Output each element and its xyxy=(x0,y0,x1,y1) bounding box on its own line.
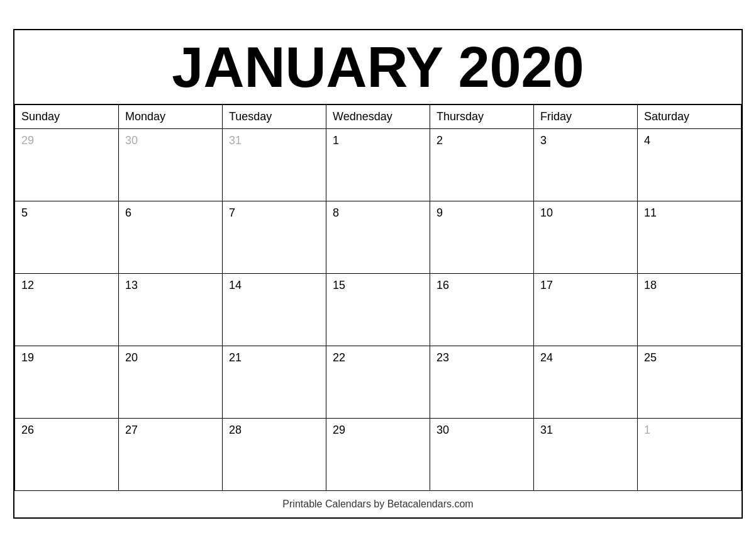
calendar-day-cell: 15 xyxy=(326,273,430,346)
calendar-container: JANUARY 2020 SundayMondayTuesdayWednesda… xyxy=(13,29,743,519)
calendar-day-cell: 24 xyxy=(534,346,638,418)
calendar-day-cell: 1 xyxy=(638,418,742,490)
calendar-day-cell: 29 xyxy=(326,418,430,490)
day-number: 2 xyxy=(436,134,443,147)
calendar-day-cell: 9 xyxy=(430,201,534,273)
calendar-day-cell: 2 xyxy=(430,128,534,201)
day-number: 25 xyxy=(644,351,657,364)
day-number: 17 xyxy=(540,279,553,291)
day-number: 27 xyxy=(125,424,138,436)
calendar-day-cell: 29 xyxy=(15,128,119,201)
day-number: 4 xyxy=(644,134,650,147)
day-number: 11 xyxy=(644,206,657,219)
calendar-day-cell: 28 xyxy=(223,418,326,490)
day-of-week-header: Sunday xyxy=(15,105,119,129)
calendar-day-cell: 31 xyxy=(534,418,638,490)
calendar-day-cell: 30 xyxy=(119,128,223,201)
calendar-day-cell: 23 xyxy=(430,346,534,418)
calendar-week-row: 2627282930311 xyxy=(15,418,742,490)
day-number: 8 xyxy=(333,206,339,219)
day-number: 22 xyxy=(333,351,345,364)
day-number: 29 xyxy=(21,134,34,147)
calendar-week-row: 12131415161718 xyxy=(15,273,742,346)
day-number: 24 xyxy=(540,351,553,364)
calendar-day-cell: 11 xyxy=(638,201,742,273)
calendar-day-cell: 1 xyxy=(326,128,430,201)
calendar-day-cell: 5 xyxy=(15,201,119,273)
day-of-week-header: Saturday xyxy=(638,105,742,129)
calendar-day-cell: 3 xyxy=(534,128,638,201)
day-number: 14 xyxy=(229,279,242,291)
calendar-week-row: 2930311234 xyxy=(15,128,742,201)
calendar-day-cell: 4 xyxy=(638,128,742,201)
calendar-day-cell: 13 xyxy=(119,273,223,346)
day-of-week-header: Wednesday xyxy=(326,105,430,129)
calendar-day-cell: 25 xyxy=(638,346,742,418)
calendar-day-cell: 17 xyxy=(534,273,638,346)
calendar-day-cell: 30 xyxy=(430,418,534,490)
calendar-day-cell: 7 xyxy=(223,201,326,273)
day-of-week-header: Monday xyxy=(119,105,223,129)
calendar-day-cell: 8 xyxy=(326,201,430,273)
calendar-week-row: 19202122232425 xyxy=(15,346,742,418)
day-number: 30 xyxy=(125,134,138,147)
calendar-footer: Printable Calendars by Betacalendars.com xyxy=(14,491,742,517)
day-number: 10 xyxy=(540,206,553,219)
day-number: 13 xyxy=(125,279,138,291)
day-number: 9 xyxy=(436,206,443,219)
calendar-day-cell: 18 xyxy=(638,273,742,346)
day-number: 28 xyxy=(229,424,242,436)
day-of-week-header: Friday xyxy=(534,105,638,129)
day-number: 5 xyxy=(21,206,28,219)
day-number: 26 xyxy=(21,424,34,436)
calendar-grid: SundayMondayTuesdayWednesdayThursdayFrid… xyxy=(14,105,742,491)
day-number: 18 xyxy=(644,279,657,291)
calendar-day-cell: 26 xyxy=(15,418,119,490)
calendar-title: JANUARY 2020 xyxy=(14,30,742,105)
day-number: 6 xyxy=(125,206,131,219)
calendar-day-cell: 21 xyxy=(223,346,326,418)
day-number: 1 xyxy=(333,134,339,147)
calendar-day-cell: 20 xyxy=(119,346,223,418)
calendar-day-cell: 6 xyxy=(119,201,223,273)
day-of-week-header: Thursday xyxy=(430,105,534,129)
day-number: 19 xyxy=(21,351,34,364)
day-number: 15 xyxy=(333,279,345,291)
day-number: 23 xyxy=(436,351,449,364)
calendar-day-cell: 31 xyxy=(223,128,326,201)
day-number: 3 xyxy=(540,134,547,147)
day-number: 1 xyxy=(644,424,650,436)
calendar-day-cell: 10 xyxy=(534,201,638,273)
day-number: 29 xyxy=(333,424,345,436)
calendar-day-cell: 16 xyxy=(430,273,534,346)
calendar-day-cell: 27 xyxy=(119,418,223,490)
calendar-day-cell: 22 xyxy=(326,346,430,418)
day-number: 16 xyxy=(436,279,449,291)
day-number: 20 xyxy=(125,351,138,364)
day-of-week-header: Tuesday xyxy=(223,105,326,129)
days-header-row: SundayMondayTuesdayWednesdayThursdayFrid… xyxy=(15,105,742,129)
calendar-day-cell: 12 xyxy=(15,273,119,346)
day-number: 30 xyxy=(436,424,449,436)
day-number: 31 xyxy=(229,134,242,147)
calendar-week-row: 567891011 xyxy=(15,201,742,273)
day-number: 31 xyxy=(540,424,553,436)
day-number: 12 xyxy=(21,279,34,291)
calendar-day-cell: 19 xyxy=(15,346,119,418)
day-number: 21 xyxy=(229,351,242,364)
day-number: 7 xyxy=(229,206,235,219)
calendar-day-cell: 14 xyxy=(223,273,326,346)
